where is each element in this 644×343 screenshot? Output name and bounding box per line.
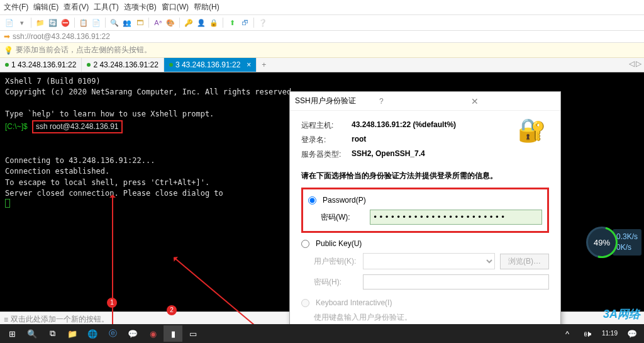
publickey-radio-label: Public Key(U) [316, 239, 362, 248]
menu-file[interactable]: 文件(F) [4, 2, 28, 13]
taskview-icon[interactable]: ⧉ [43, 325, 62, 342]
start-button[interactable]: ⊞ [3, 325, 21, 342]
publickey-radio[interactable] [301, 240, 309, 248]
keyboard-radio [301, 299, 309, 307]
chrome-icon[interactable]: 🌐 [83, 325, 102, 342]
term-cmd-highlight: ssh root@43.248.136.91 [32, 120, 123, 133]
password-option-highlight: Password(P) 密码(W): [301, 188, 549, 233]
userkey-label: 用户密钥(K): [314, 256, 358, 267]
menu-window[interactable]: 窗口(W) [162, 2, 189, 13]
color-icon[interactable]: 🎨 [165, 17, 176, 28]
bottom-hint-text: 双击此处添加一个新的按钮。 [11, 314, 109, 325]
copy-icon[interactable]: 📋 [78, 17, 89, 28]
notif-icon[interactable]: 💬 [623, 325, 641, 342]
wechat-icon[interactable]: 💬 [123, 325, 142, 342]
pk-password-input [363, 274, 549, 290]
hint-text: 要添加当前会话，点击左侧的箭头按钮。 [16, 45, 152, 55]
dialog-title-text: SSH用户身份验证 [295, 96, 379, 106]
grip-icon[interactable]: ≡ [4, 315, 8, 324]
hint-bar: 💡 要添加当前会话，点击左侧的箭头按钮。 [0, 43, 644, 58]
disconnect-icon[interactable]: ⛔ [60, 17, 71, 28]
gauge-percent: 49% [586, 227, 618, 258]
bulb-icon: 💡 [4, 46, 13, 55]
server-type-value: SSH2, OpenSSH_7.4 [352, 149, 425, 160]
dialog-titlebar[interactable]: SSH用户身份验证 ? ✕ [290, 92, 560, 111]
dialog-close-icon[interactable]: ✕ [471, 96, 555, 106]
dialog-help-icon[interactable]: ? [379, 97, 464, 106]
menu-bar: 文件(F) 编辑(E) 查看(V) 工具(T) 选项卡(B) 窗口(W) 帮助(… [0, 0, 644, 15]
transfer-icon[interactable]: ⬆ [226, 17, 238, 28]
tray-up-icon[interactable]: ^ [558, 325, 577, 342]
menu-tool[interactable]: 工具(T) [94, 2, 118, 13]
password-input[interactable] [370, 210, 542, 225]
userkey-select [363, 253, 495, 269]
taskbar: ⊞ 🔍 ⧉ 📁 🌐 ⓔ 💬 ◉ ▮ ▭ ^ 🕪 11:19 💬 [0, 324, 644, 343]
help-icon[interactable]: ❔ [257, 17, 269, 28]
tab-2[interactable]: 2 43.248.136.91:22 [82, 58, 164, 72]
tab-3[interactable]: 3 43.248.136.91:22× [164, 58, 257, 72]
window-icon[interactable]: 🗗 [239, 17, 250, 28]
arrow-icon[interactable]: ➡ [4, 32, 10, 41]
tab-prev-icon[interactable]: ◁ [629, 59, 635, 70]
open-icon[interactable]: 📁 [35, 17, 46, 28]
search-task-icon[interactable]: 🔍 [23, 325, 42, 342]
font-icon[interactable]: Aᵃ [152, 17, 164, 28]
login-value: root [352, 135, 366, 145]
xshell-icon[interactable]: ▮ [164, 325, 182, 342]
browse-button: 浏览(B)… [500, 254, 549, 269]
keyboard-hint: 使用键盘输入用户身份验证。 [301, 312, 549, 323]
menu-help[interactable]: 帮助(H) [194, 2, 219, 13]
edge-icon[interactable]: ⓔ [103, 325, 122, 342]
address-text[interactable]: ssh://root@43.248.136.91:22 [13, 32, 640, 41]
explorer-icon[interactable]: 📁 [63, 325, 82, 342]
keyboard-radio-label: Keyboard Interactive(I) [316, 298, 392, 307]
annotation-arrow-1 [112, 195, 113, 343]
watermark: 3A网络 [603, 306, 640, 322]
annotation-badge-1: 1 [107, 298, 117, 308]
terminal-icon[interactable]: 🗔 [134, 17, 145, 28]
ssh-auth-dialog: SSH用户身份验证 ? ✕ 🔐 远程主机:43.248.136.91:22 (%… [289, 91, 561, 343]
address-bar: ➡ ssh://root@43.248.136.91:22 [0, 31, 644, 43]
password-field-label: 密码(W): [321, 212, 365, 223]
app2-icon[interactable]: ▭ [184, 325, 203, 342]
speed-gauge: 49% 0.3K/s0K/s [586, 227, 641, 258]
menu-view[interactable]: 查看(V) [64, 2, 89, 13]
remote-host-label: 远程主机: [301, 120, 352, 131]
app-icon[interactable]: ◉ [143, 325, 162, 342]
tab-bar: 1 43.248.136.91:22 2 43.248.136.91:22 3 … [0, 58, 644, 72]
key-icon[interactable]: 🔑 [183, 17, 194, 28]
dropdown-icon[interactable]: ▾ [16, 17, 28, 28]
terminal-cursor [5, 199, 10, 208]
server-type-label: 服务器类型: [301, 149, 352, 160]
annotation-badge-2: 2 [167, 305, 177, 315]
term-line: Xshell 7 (Build 0109) [5, 76, 639, 87]
tab-next-icon[interactable]: ▷ [636, 59, 641, 70]
password-radio[interactable] [308, 196, 316, 205]
toolbar: 📄 ▾ 📁 🔄 ⛔ 📋 📄 🔍 👥 🗔 Aᵃ 🎨 🔑 👤 🔒 ⬆ 🗗 ❔ [0, 15, 644, 31]
login-label: 登录名: [301, 135, 352, 145]
tab-add-button[interactable]: + [257, 58, 271, 72]
pk-password-label: 密码(H): [314, 277, 358, 288]
people-icon[interactable]: 👥 [121, 17, 133, 28]
lock-icon[interactable]: 🔒 [208, 17, 219, 28]
new-session-icon[interactable]: 📄 [4, 17, 15, 28]
search-icon[interactable]: 🔍 [109, 17, 120, 28]
tab-1[interactable]: 1 43.248.136.91:22 [0, 58, 82, 72]
users-icon[interactable]: 👤 [196, 17, 207, 28]
menu-edit[interactable]: 编辑(E) [33, 2, 58, 13]
tray-icon[interactable]: 🕪 [578, 325, 597, 342]
password-radio-label: Password(P) [323, 196, 366, 205]
taskbar-clock[interactable]: 11:19 [598, 330, 621, 337]
tab-close-icon[interactable]: × [247, 60, 251, 69]
dialog-instruction: 请在下面选择恰当的身份验证方法并提供登录所需的信息。 [301, 171, 549, 181]
keys-icon: 🔐 [515, 114, 548, 147]
remote-host-value: 43.248.136.91:22 (%default%) [352, 120, 456, 131]
paste-icon[interactable]: 📄 [91, 17, 102, 28]
menu-tab[interactable]: 选项卡(B) [124, 2, 157, 13]
reconnect-icon[interactable]: 🔄 [47, 17, 58, 28]
term-prompt: [C:\~]$ [5, 122, 28, 131]
